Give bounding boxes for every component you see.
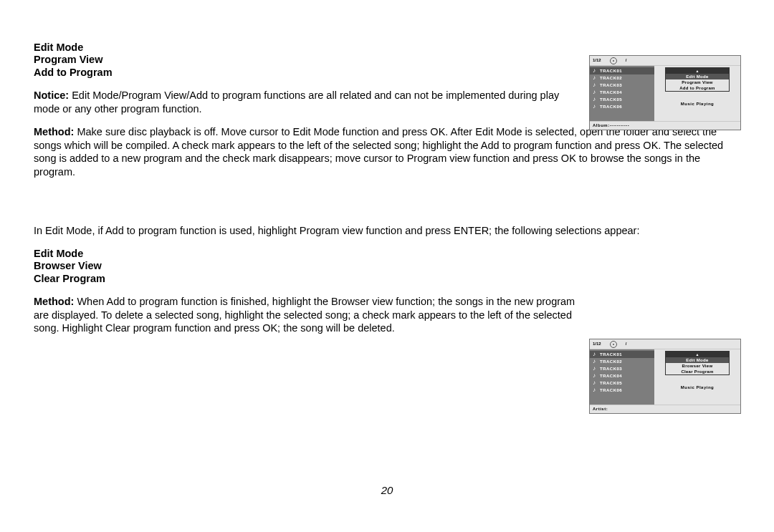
- note-icon: [593, 90, 598, 95]
- notice-text: Edit Mode/Program View/Add to program fu…: [34, 90, 559, 115]
- fig1-footer: Album:-----------: [590, 121, 740, 130]
- menu-item: Browser View: [666, 363, 729, 369]
- heading-edit-mode: Edit Mode: [34, 42, 740, 54]
- note-icon: [593, 380, 598, 386]
- menu-item: Clear Program: [666, 369, 729, 374]
- fig2-footer: Artist:: [590, 405, 740, 413]
- menu-item: Program View: [666, 79, 729, 85]
- fig1-header-left: 1/12: [593, 56, 601, 65]
- track-row: TRACK05: [590, 96, 654, 103]
- track-row: TRACK02: [590, 74, 654, 82]
- method1-paragraph: Method: Make sure disc playback is off. …: [34, 125, 742, 178]
- note-icon: [593, 366, 598, 372]
- menu-up-arrow: [666, 352, 729, 357]
- track-row: TRACK06: [590, 103, 654, 110]
- page-number: 20: [0, 484, 774, 496]
- fig2-header: 1/12 /: [590, 339, 740, 349]
- notice-label: Notice:: [34, 90, 69, 101]
- method2-text: When Add to program function is finished…: [34, 296, 575, 334]
- method2-paragraph: Method: When Add to program function is …: [34, 295, 578, 335]
- track-row: TRACK05: [590, 379, 654, 387]
- bridge-text: In Edit Mode, if Add to program function…: [34, 224, 740, 238]
- menu-item: Edit Mode: [666, 74, 729, 79]
- fig2-track-list: TRACK01 TRACK02 TRACK03 TRACK04 TRACK05 …: [590, 349, 654, 405]
- track-row: TRACK04: [590, 89, 654, 96]
- fig2-menu: Edit Mode Browser View Clear Program Mus…: [654, 349, 740, 405]
- fig2-status: Music Playing: [681, 385, 715, 390]
- heading-browser-view: Browser View: [34, 260, 740, 272]
- track-row: TRACK06: [590, 387, 654, 394]
- disc-icon: [610, 341, 617, 348]
- method2-label: Method:: [34, 296, 74, 307]
- menu-item: Add to Program: [666, 85, 729, 91]
- section2-headings: Edit Mode Browser View Clear Program: [34, 248, 740, 285]
- note-icon: [593, 359, 598, 364]
- fig2-header-right: /: [626, 339, 627, 349]
- track-row: TRACK03: [590, 365, 654, 372]
- track-row: TRACK01: [590, 67, 654, 74]
- note-icon: [593, 75, 598, 81]
- disc-icon: [610, 57, 617, 64]
- note-icon: [593, 104, 598, 110]
- heading-clear-program: Clear Program: [34, 273, 740, 285]
- note-icon: [593, 387, 598, 393]
- fig1-header: 1/12 /: [590, 56, 740, 66]
- figure-2: 1/12 / TRACK01 TRACK02 TRACK03 TRACK04 T…: [589, 339, 741, 414]
- method1-text: Make sure disc playback is off. Move cur…: [34, 126, 723, 178]
- notice-paragraph: Notice: Edit Mode/Program View/Add to pr…: [34, 89, 578, 115]
- track-row: TRACK03: [590, 82, 654, 89]
- heading-edit-mode-2: Edit Mode: [34, 248, 740, 260]
- note-icon: [593, 82, 598, 88]
- figure-1: 1/12 / TRACK01 TRACK02 TRACK03 TRACK04 T…: [589, 55, 741, 130]
- menu-item: Edit Mode: [666, 357, 729, 363]
- menu-up-arrow: [666, 68, 729, 74]
- fig2-header-left: 1/12: [593, 339, 601, 349]
- track-row: TRACK01: [590, 351, 654, 358]
- fig1-status: Music Playing: [681, 102, 715, 106]
- track-row: TRACK02: [590, 358, 654, 365]
- note-icon: [593, 97, 598, 102]
- fig1-menu: Edit Mode Program View Add to Program Mu…: [654, 66, 740, 121]
- method1-label: Method:: [34, 126, 74, 137]
- note-icon: [593, 373, 598, 379]
- note-icon: [593, 68, 598, 74]
- track-row: TRACK04: [590, 372, 654, 379]
- note-icon: [593, 352, 598, 357]
- fig1-track-list: TRACK01 TRACK02 TRACK03 TRACK04 TRACK05 …: [590, 66, 654, 121]
- fig1-header-right: /: [626, 56, 627, 65]
